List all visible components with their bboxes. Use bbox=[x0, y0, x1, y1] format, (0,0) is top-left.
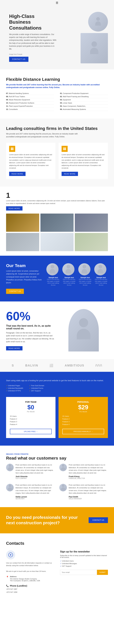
contact-phone: 📞 Phone (Landline) +972 547 1987+972 547… bbox=[6, 584, 54, 594]
gallery-item-4 bbox=[6, 233, 39, 251]
team-member-1: Sample text Click on the text box, click… bbox=[46, 263, 60, 294]
consulting-cards: Lorem ipsum dolor sit amet consectetur a… bbox=[6, 143, 108, 179]
phone-label: Phone (Landline) bbox=[10, 584, 27, 587]
gallery-item-2 bbox=[40, 214, 74, 232]
card-icon-2 bbox=[62, 146, 68, 152]
hero-title: High-Class Business Consultations bbox=[9, 13, 57, 31]
list-item: 03. Equipment bbox=[60, 98, 108, 102]
newsletter-item-2: Unlimited Messages bbox=[60, 562, 108, 565]
header: ☰ bbox=[0, 0, 114, 6]
consulting-subtitle: We provide and 24/7 online learning that… bbox=[6, 132, 82, 138]
card-icon-1 bbox=[9, 146, 15, 152]
team-avatar-4 bbox=[94, 263, 106, 276]
list-item: Feature 4 bbox=[10, 423, 52, 426]
sixty-read-more[interactable]: READ MORE bbox=[6, 346, 23, 350]
consulting-title: Leading consulting firms in the United S… bbox=[6, 126, 108, 131]
gallery-left: 1 Lorem ipsum dolor sit amet, consectetu… bbox=[6, 191, 108, 210]
hero-section: High-Class Business Consultations We pro… bbox=[0, 6, 114, 70]
team-member-name-2: Sample text bbox=[62, 276, 76, 278]
testimonial-text-3: Proin sed libero enim sed faucibus turpi… bbox=[16, 484, 55, 494]
newsletter-submit-button[interactable]: SUBMIT bbox=[97, 570, 108, 575]
gallery-item-6 bbox=[75, 233, 108, 251]
pricing-card-personal: Personal $29 Per Month 15 Users Feature … bbox=[59, 397, 108, 438]
learning-col2: 01. Component Production Equipment 02. W… bbox=[60, 92, 108, 111]
testimonial-text-1: Proin sed libero enim sed faucibus turpi… bbox=[16, 464, 55, 474]
hero-person-image bbox=[88, 12, 108, 32]
sixty-title: That was the best word. As in, as quite … bbox=[6, 324, 55, 330]
list-item: 15 Users bbox=[62, 415, 104, 418]
pricing-section: Start using static.app as a hosting for … bbox=[0, 372, 114, 446]
sixty-person-image bbox=[68, 309, 99, 352]
list-item: 11. Plant Layout Experts/Production bbox=[6, 104, 54, 108]
logo-5: /\/\/\ bbox=[95, 364, 102, 367]
team-left: Our Team Lorem ipsum dolor sit amet, con… bbox=[6, 263, 43, 294]
team-contact-button[interactable]: CONTACT US bbox=[6, 289, 24, 294]
list-item: 12. Consultants bbox=[6, 108, 54, 111]
testimonial-2: Proin sed libero enim sed faucibus turpi… bbox=[59, 464, 108, 479]
pricing-button-free[interactable]: Upload Free → bbox=[10, 429, 52, 434]
gallery-intro: 1 Lorem ipsum dolor sit amet, consectetu… bbox=[6, 191, 108, 210]
pricing-features: Unlimited Pages Unlimited Bandwidth Unli… bbox=[6, 385, 108, 392]
list-item: 15 Users bbox=[10, 415, 52, 418]
pricing-feature-2: Free Sub-Domain Unlimited Forms 24/7 Sup… bbox=[29, 385, 44, 392]
pricing-label-free: For Team bbox=[10, 401, 52, 403]
team-members-grid: Sample text Click on the text box, click… bbox=[46, 263, 108, 294]
contacts-section: Contacts Use our contact form for all in… bbox=[0, 533, 114, 602]
hero-description: We provide a wide range of business cons… bbox=[9, 33, 57, 50]
hero-contact-button[interactable]: CONTACT US bbox=[9, 57, 28, 62]
learning-section: Flexible Distance Learning We provide fl… bbox=[0, 70, 114, 118]
testimonial-3: Proin sed libero enim sed faucibus turpi… bbox=[6, 484, 55, 500]
pricing-button-personal[interactable]: Proceed Annually → bbox=[62, 429, 104, 434]
list-item: Feature 2 bbox=[10, 418, 52, 420]
phone-icon: 📞 bbox=[6, 584, 9, 587]
pricing-feature-item: Unlimited HTTPS bbox=[6, 390, 23, 392]
team-member-name-1: Sample text bbox=[46, 276, 60, 278]
pricing-feature-1: Unlimited Pages Unlimited Bandwidth Unli… bbox=[6, 385, 23, 392]
sixty-right bbox=[59, 309, 108, 352]
contacts-title: Contacts bbox=[6, 541, 108, 546]
list-item: Feature 3 bbox=[10, 420, 52, 423]
pricing-label-personal: Personal bbox=[62, 401, 104, 403]
address-label: Address bbox=[10, 576, 40, 578]
testimonial-4: Proin sed libero enim sed faucibus turpi… bbox=[59, 484, 108, 500]
testimonial-name-1: Josh Almonte bbox=[16, 476, 55, 478]
card-read-more-1[interactable]: READ MORE bbox=[9, 172, 26, 176]
list-item: 10. Replacement Production Surfaces bbox=[6, 102, 54, 104]
gallery-item-5 bbox=[40, 233, 74, 251]
sixty-left: 60% That was the best word. As in, as qu… bbox=[6, 310, 55, 350]
newsletter-email-input[interactable] bbox=[60, 570, 97, 575]
testimonials-section: Images from Freepik Read what our custom… bbox=[0, 446, 114, 507]
learning-grid: 07. Material Handling Systems 08. Roll-O… bbox=[6, 92, 108, 111]
team-member-desc-1: Click on the text box, click again or do… bbox=[46, 278, 60, 286]
testimonial-role-4: SALES MANAGER bbox=[69, 498, 108, 500]
pricing-price-free: $0 bbox=[10, 404, 52, 411]
phone-numbers: +972 547 1987+972 547 1958 bbox=[6, 588, 54, 594]
list-item: 01. Component Production Equipment bbox=[60, 92, 108, 95]
gallery-read-more[interactable]: READ MORE bbox=[6, 206, 23, 210]
pricing-list-personal: 15 Users Feature 2 Feature 3 Feature 4 bbox=[62, 415, 104, 426]
sixty-section: 60% That was the best word. As in, as qu… bbox=[0, 302, 114, 359]
testimonial-avatar-2 bbox=[59, 464, 67, 471]
list-item: 05. Saws-Component, Radial Arm, bbox=[60, 104, 108, 108]
pricing-feature-item: 24/7 Support bbox=[29, 390, 44, 392]
team-member-3: Sample text Click on the text box, click… bbox=[78, 263, 92, 294]
list-item: Feature 4 bbox=[62, 423, 104, 426]
pricing-features-left: Unlimited Pages Unlimited Bandwidth Unli… bbox=[6, 385, 23, 392]
svg-rect-1 bbox=[12, 148, 13, 149]
hamburger-icon[interactable]: ☰ bbox=[56, 1, 58, 4]
newsletter-form: SUBMIT bbox=[60, 570, 108, 575]
cta-title: Do you need professionals for your next … bbox=[6, 515, 84, 526]
logos-section: S BALVIN ⬜ AMBITIOU5 /\/\/\ bbox=[0, 359, 114, 372]
newsletter-items: Unlimited Users Unlimited Messages 24/7 … bbox=[60, 560, 108, 568]
team-title: Our Team bbox=[6, 263, 43, 268]
hero-image-credit: Image from Freepik bbox=[9, 54, 57, 55]
pricing-cards: For Team $0 Per Month 15 Users Feature 2… bbox=[6, 397, 108, 438]
learning-title: Flexible Distance Learning bbox=[6, 77, 108, 82]
pricing-period-personal: Per Month bbox=[62, 411, 104, 412]
list-item: 09. Waste Reduction Equipment bbox=[6, 98, 54, 102]
card-read-more-2[interactable]: READ MORE bbox=[62, 172, 78, 176]
contact-logo bbox=[6, 550, 15, 560]
pricing-price-personal: $29 bbox=[62, 404, 104, 411]
list-item: 04. Linear Saws bbox=[60, 102, 108, 104]
cta-contact-button[interactable]: CONTACT US bbox=[89, 517, 108, 523]
